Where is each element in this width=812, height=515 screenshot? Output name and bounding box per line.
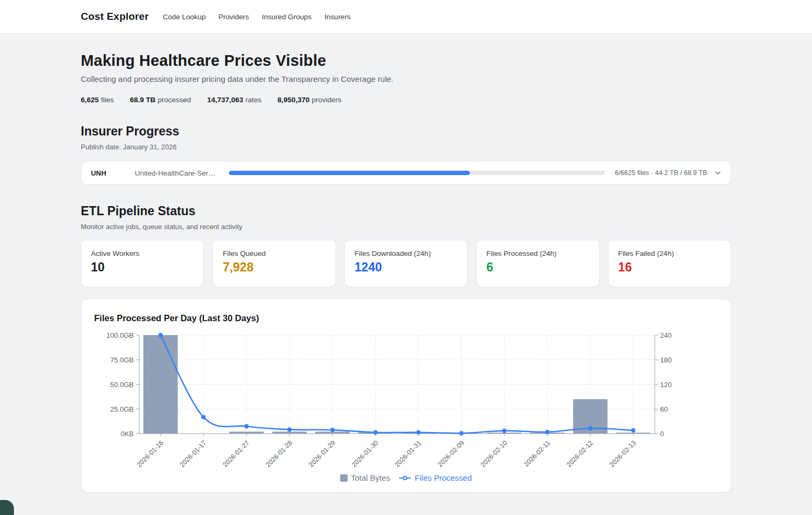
card-active-workers: Active Workers 10 bbox=[81, 240, 204, 287]
metric-label: Files Processed (24h) bbox=[486, 249, 589, 258]
svg-text:75.0GB: 75.0GB bbox=[110, 356, 134, 364]
svg-text:2026-02-12: 2026-02-12 bbox=[565, 439, 595, 468]
nav-insurers[interactable]: Insurers bbox=[325, 13, 351, 21]
metric-value: 10 bbox=[91, 260, 194, 275]
insurer-progress-section: Insurer Progress Publish date: January 3… bbox=[81, 124, 731, 185]
stat-rates: 14,737,063rates bbox=[207, 96, 262, 104]
card-files-queued: Files Queued 7,928 bbox=[212, 240, 335, 287]
stat-providers-label: providers bbox=[312, 96, 342, 104]
svg-text:50.0GB: 50.0GB bbox=[110, 381, 134, 389]
etl-status-section: ETL Pipeline Status Monitor active jobs,… bbox=[81, 204, 731, 287]
corner-accent bbox=[0, 500, 14, 515]
card-files-processed: Files Processed (24h) 6 bbox=[476, 240, 599, 287]
legend-files-processed[interactable]: Files Processed bbox=[399, 473, 472, 482]
hero-section: Making Healthcare Prices Visible Collect… bbox=[81, 34, 731, 104]
stat-providers: 8,950,370providers bbox=[278, 96, 342, 104]
page-title: Making Healthcare Prices Visible bbox=[81, 52, 731, 70]
svg-text:2026-01-30: 2026-01-30 bbox=[350, 439, 380, 468]
stat-processed-value: 68.9 TB bbox=[130, 96, 156, 104]
insurer-progress-fill bbox=[229, 171, 470, 175]
insurer-name: United-HealthCare-Ser… bbox=[135, 169, 227, 177]
legend-total-bytes[interactable]: Total Bytes bbox=[340, 473, 390, 482]
stat-processed-label: processed bbox=[158, 96, 191, 104]
metric-label: Active Workers bbox=[91, 249, 194, 258]
svg-text:2026-02-13: 2026-02-13 bbox=[608, 439, 638, 468]
bar-swatch-icon bbox=[340, 474, 348, 482]
nav-insured-groups[interactable]: Insured Groups bbox=[262, 13, 312, 21]
stat-files-value: 6,625 bbox=[81, 96, 99, 104]
metric-value: 16 bbox=[618, 260, 721, 275]
chart-legend: Total Bytes Files Processed bbox=[94, 473, 718, 482]
svg-text:2026-01-27: 2026-01-27 bbox=[221, 439, 251, 468]
etl-heading: ETL Pipeline Status bbox=[81, 204, 731, 218]
summary-stats: 6,625files 68.9 TBprocessed 14,737,063ra… bbox=[81, 96, 731, 104]
insurer-progress-row[interactable]: UNH United-HealthCare-Ser… 6/6625 files … bbox=[81, 161, 731, 185]
insurer-progress-heading: Insurer Progress bbox=[81, 124, 731, 139]
svg-text:240: 240 bbox=[660, 331, 672, 339]
metric-value: 1240 bbox=[355, 260, 457, 275]
stat-rates-label: rates bbox=[246, 96, 262, 104]
stat-files: 6,625files bbox=[81, 96, 114, 104]
stat-providers-value: 8,950,370 bbox=[278, 96, 310, 104]
chart-title: Files Processed Per Day (Last 30 Days) bbox=[94, 313, 718, 323]
svg-text:100.0GB: 100.0GB bbox=[106, 331, 134, 339]
main-content: Making Healthcare Prices Visible Collect… bbox=[81, 34, 731, 493]
svg-text:2026-02-10: 2026-02-10 bbox=[479, 439, 509, 468]
metric-label: Files Downloaded (24h) bbox=[355, 249, 457, 258]
svg-text:2026-01-28: 2026-01-28 bbox=[264, 439, 294, 468]
svg-text:2026-01-16: 2026-01-16 bbox=[135, 439, 165, 468]
svg-text:2026-02-11: 2026-02-11 bbox=[523, 439, 551, 468]
nav-providers[interactable]: Providers bbox=[219, 13, 249, 21]
page-subtitle: Collecting and processing insurer pricin… bbox=[81, 74, 731, 84]
metric-cards: Active Workers 10 Files Queued 7,928 Fil… bbox=[81, 240, 731, 287]
svg-text:2026-01-17: 2026-01-17 bbox=[179, 439, 208, 468]
legend-total-bytes-label: Total Bytes bbox=[351, 473, 390, 482]
stat-processed: 68.9 TBprocessed bbox=[130, 96, 191, 104]
card-files-downloaded: Files Downloaded (24h) 1240 bbox=[344, 240, 468, 287]
etl-subtitle: Monitor active jobs, queue status, and r… bbox=[81, 223, 731, 231]
svg-text:60: 60 bbox=[660, 405, 668, 413]
files-per-day-chart: 0KB25.0GB50.0GB75.0GB100.0GB060120180240… bbox=[94, 327, 717, 470]
files-per-day-chart-card: Files Processed Per Day (Last 30 Days) 0… bbox=[81, 299, 731, 493]
svg-text:2026-01-31: 2026-01-31 bbox=[393, 439, 423, 468]
line-swatch-icon bbox=[399, 475, 411, 481]
chart-area: 0KB25.0GB50.0GB75.0GB100.0GB060120180240… bbox=[94, 327, 718, 472]
metric-label: Files Failed (24h) bbox=[618, 249, 721, 258]
legend-files-processed-label: Files Processed bbox=[415, 473, 472, 482]
card-files-failed: Files Failed (24h) 16 bbox=[608, 240, 731, 287]
svg-text:2026-01-29: 2026-01-29 bbox=[308, 439, 337, 468]
app-header: Cost Explorer Code Lookup Providers Insu… bbox=[0, 0, 812, 34]
insurer-progress-status: 6/6625 files · 44.2 TB / 68.9 TB bbox=[615, 169, 707, 177]
app-title: Cost Explorer bbox=[81, 11, 149, 22]
chevron-down-icon[interactable] bbox=[714, 169, 722, 177]
svg-text:25.0GB: 25.0GB bbox=[110, 405, 134, 413]
publish-date: Publish date: January 31, 2026 bbox=[81, 143, 731, 151]
nav-code-lookup[interactable]: Code Lookup bbox=[163, 13, 205, 21]
metric-label: Files Queued bbox=[223, 249, 325, 258]
svg-text:180: 180 bbox=[660, 356, 672, 364]
stat-rates-value: 14,737,063 bbox=[207, 96, 243, 104]
metric-value: 7,928 bbox=[223, 260, 325, 275]
svg-text:120: 120 bbox=[660, 381, 672, 389]
svg-text:2026-02-09: 2026-02-09 bbox=[436, 439, 466, 468]
insurer-progress-bar bbox=[229, 171, 605, 175]
svg-text:0KB: 0KB bbox=[120, 430, 134, 438]
metric-value: 6 bbox=[486, 260, 589, 275]
stat-files-label: files bbox=[101, 96, 114, 104]
main-nav: Code Lookup Providers Insured Groups Ins… bbox=[163, 13, 350, 21]
svg-text:0: 0 bbox=[660, 430, 664, 438]
insurer-ticker: UNH bbox=[91, 169, 135, 177]
